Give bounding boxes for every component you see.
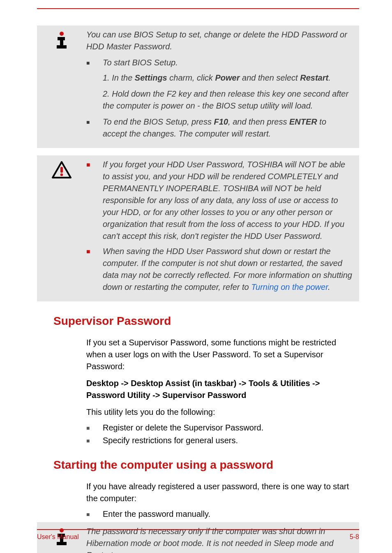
bullet-icon: ■	[86, 436, 103, 445]
note1-step1: 1. In the Settings charm, click Power an…	[103, 72, 353, 84]
bullet-icon: ■	[86, 57, 103, 69]
heading-supervisor-password: Supervisor Password	[53, 315, 359, 328]
heading-starting-computer: Starting the computer using a password	[53, 458, 359, 472]
svg-rect-2	[60, 37, 63, 46]
warning-icon	[37, 159, 86, 179]
note1-bullet1: ■ To start BIOS Setup.	[86, 57, 353, 69]
footer-page-number: 5-8	[350, 533, 359, 541]
sup-li1: ■ Register or delete the Supervisor Pass…	[86, 423, 359, 433]
sup-li2: ■ Specify restrictions for general users…	[86, 436, 359, 445]
svg-rect-5	[60, 167, 63, 173]
note1-bullet2: ■ To end the BIOS Setup, press F10, and …	[86, 116, 353, 140]
bullet-icon: ■	[86, 509, 103, 519]
bullet-icon: ■	[86, 159, 103, 242]
bullet-icon: ■	[86, 116, 103, 140]
note1-step2: 2. Hold down the F2 key and then release…	[103, 88, 353, 112]
info-icon	[37, 29, 86, 49]
top-rule	[37, 8, 359, 9]
start-li1: ■ Enter the password manually.	[86, 509, 359, 519]
sup-path: Desktop -> Desktop Assist (in taskbar) -…	[86, 377, 355, 401]
svg-point-0	[60, 32, 64, 36]
bullet-icon: ■	[86, 423, 103, 433]
footer-left: User's Manual	[37, 533, 79, 541]
footer: User's Manual 5-8	[37, 529, 359, 541]
bullet-icon: ■	[86, 245, 103, 293]
page-content: You can use BIOS Setup to set, change or…	[0, 0, 392, 553]
svg-rect-10	[57, 542, 67, 545]
warn-bullet1: ■ If you forget your HDD User Password, …	[86, 159, 353, 242]
warning-note: ■ If you forget your HDD User Password, …	[37, 155, 359, 301]
sup-p2: This utility lets you do the following:	[86, 406, 355, 418]
link-turning-on-power[interactable]: Turning on the power	[251, 282, 328, 292]
info-note-bios: You can use BIOS Setup to set, change or…	[37, 25, 359, 148]
svg-point-6	[60, 174, 63, 176]
sup-p1: If you set a Supervisor Password, some f…	[86, 337, 355, 373]
start-p1: If you have already registered a user pa…	[86, 481, 355, 504]
warn-bullet2: ■ When saving the HDD User Password shut…	[86, 245, 353, 293]
note1-intro: You can use BIOS Setup to set, change or…	[86, 29, 353, 53]
svg-rect-3	[57, 45, 67, 49]
